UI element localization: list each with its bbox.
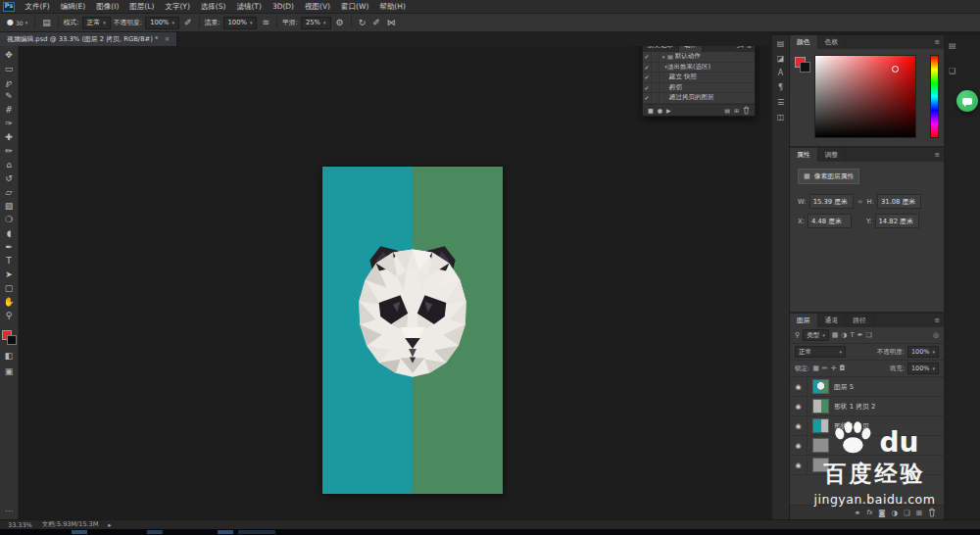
tab-adjustments[interactable]: 调整 bbox=[818, 148, 847, 162]
menu-item-view[interactable]: 视图(V) bbox=[300, 2, 336, 12]
link-layers-icon[interactable]: ⚭ bbox=[855, 509, 860, 517]
more-tools-icon[interactable]: ⋯ bbox=[5, 507, 13, 515]
pen-tool-button[interactable]: ✒ bbox=[0, 240, 19, 254]
color-picker-marker[interactable] bbox=[892, 66, 899, 73]
menu-item-window[interactable]: 窗口(W) bbox=[336, 2, 374, 12]
visibility-eye-icon[interactable]: ◉ bbox=[790, 397, 808, 415]
pressure-size-icon[interactable]: ✐ bbox=[370, 19, 382, 27]
layer-filter-select[interactable]: 类型 ▾ bbox=[803, 329, 829, 341]
smoothing-options-gear-icon[interactable]: ⚙ bbox=[334, 19, 346, 27]
tab-swatches[interactable]: 色板 bbox=[818, 35, 847, 49]
height-field[interactable]: 31.08 厘米 bbox=[877, 194, 921, 209]
marquee-tool-button[interactable]: ▭ bbox=[0, 62, 19, 75]
path-selection-tool-button[interactable]: ➤ bbox=[0, 268, 19, 281]
filter-switch-icon[interactable]: ◎ bbox=[933, 332, 939, 339]
add-mask-icon[interactable]: ◙ bbox=[878, 509, 885, 517]
layer-row[interactable]: ◉ 形状 1 拷贝 2 bbox=[790, 397, 944, 416]
brush-angle-icon[interactable]: ↻ bbox=[357, 19, 368, 27]
layer-row[interactable]: ◉ 图层 5 bbox=[790, 377, 944, 397]
hue-slider[interactable] bbox=[930, 55, 939, 138]
saturation-brightness-field[interactable] bbox=[814, 55, 916, 138]
eyedropper-tool-button[interactable]: ✑ bbox=[0, 117, 19, 130]
canvas-workspace[interactable] bbox=[19, 46, 771, 519]
taskbar-item[interactable] bbox=[218, 530, 233, 534]
crop-tool-button[interactable]: # bbox=[0, 103, 19, 117]
twisty-icon[interactable]: ▾ bbox=[660, 54, 667, 60]
taskbar-item[interactable] bbox=[72, 530, 87, 534]
action-row[interactable]: ✓ ▸ 剪切 bbox=[643, 83, 755, 94]
menu-item-select[interactable]: 选择(S) bbox=[195, 2, 231, 12]
filter-shape-icon[interactable]: ✒ bbox=[858, 332, 863, 339]
close-icon[interactable]: × bbox=[164, 35, 170, 43]
taskbar-item[interactable] bbox=[147, 530, 163, 534]
panel-menu-icon[interactable]: ≡ bbox=[934, 316, 944, 324]
x-field[interactable]: 4.48 厘米 bbox=[808, 214, 852, 228]
check-icon[interactable]: ✓ bbox=[643, 73, 652, 82]
libraries-panel-icon[interactable]: ❏ bbox=[949, 67, 956, 75]
color-swatches[interactable] bbox=[2, 330, 17, 345]
action-row[interactable]: ✓ ▾ ▤ 默认动作 bbox=[643, 52, 755, 63]
document-tab[interactable]: 视频编辑.psd @ 33.3% (图层 2 拷贝, RGB/8#) * × bbox=[0, 32, 177, 46]
filter-smart-object-icon[interactable]: ❏ bbox=[866, 332, 872, 339]
new-group-icon[interactable]: ❏ bbox=[904, 509, 910, 517]
taskbar-item[interactable] bbox=[238, 530, 275, 534]
y-field[interactable]: 14.82 厘米 bbox=[875, 214, 919, 228]
layer-thumbnail[interactable] bbox=[812, 399, 829, 413]
layer-thumbnail[interactable] bbox=[812, 379, 829, 394]
clone-stamp-tool-button[interactable]: ⌂ bbox=[0, 158, 19, 171]
zoom-level[interactable]: 33.33% bbox=[8, 521, 32, 529]
dialog-toggle[interactable] bbox=[652, 93, 660, 103]
trash-icon[interactable] bbox=[928, 508, 936, 517]
lock-position-icon[interactable]: ✛ bbox=[831, 365, 837, 372]
lock-pixels-icon[interactable]: ✏ bbox=[822, 365, 828, 372]
new-action-icon[interactable]: ⊞ bbox=[734, 107, 739, 114]
layer-opacity-field[interactable]: 100% ▾ bbox=[907, 346, 939, 358]
tab-channels[interactable]: 通道 bbox=[818, 314, 847, 327]
stop-icon[interactable]: ■ bbox=[648, 107, 654, 114]
shape-tool-button[interactable]: ▢ bbox=[0, 281, 19, 295]
visibility-eye-icon[interactable]: ◉ bbox=[790, 377, 808, 396]
history-brush-tool-button[interactable]: ↺ bbox=[0, 171, 19, 185]
dialog-toggle[interactable] bbox=[652, 52, 660, 62]
clone-source-panel-icon[interactable]: ◪ bbox=[777, 55, 785, 63]
action-row[interactable]: ✓ ▸ 通过拷贝的图层 bbox=[643, 93, 755, 104]
hand-tool-button[interactable]: ✋ bbox=[0, 295, 19, 309]
twisty-icon[interactable]: ▸ bbox=[660, 84, 669, 90]
help-chat-button[interactable] bbox=[956, 90, 978, 112]
eraser-tool-button[interactable]: ▱ bbox=[0, 185, 19, 199]
menu-item-image[interactable]: 图像(I) bbox=[91, 2, 124, 12]
check-icon[interactable]: ✓ bbox=[643, 52, 652, 62]
menu-item-layer[interactable]: 图层(L) bbox=[124, 2, 160, 12]
symmetry-icon[interactable]: ⋈ bbox=[385, 19, 398, 27]
menu-item-type[interactable]: 文字(Y) bbox=[160, 2, 195, 12]
filter-type-icon[interactable]: T bbox=[850, 332, 854, 339]
twisty-icon[interactable]: ▸ bbox=[660, 74, 669, 80]
canvas-artboard[interactable] bbox=[322, 167, 503, 494]
opacity-select[interactable]: 100% ▾ bbox=[145, 17, 179, 29]
new-set-folder-icon[interactable]: ▤ bbox=[724, 107, 730, 114]
menu-item-filter[interactable]: 滤镜(T) bbox=[231, 2, 267, 12]
quick-selection-tool-button[interactable]: ✎ bbox=[0, 89, 19, 103]
move-tool-button[interactable]: ✥ bbox=[0, 48, 19, 62]
menu-item-file[interactable]: 文件(F) bbox=[20, 2, 55, 12]
healing-tool-button[interactable]: ✚ bbox=[0, 130, 19, 144]
screen-mode-icon[interactable]: ▣ bbox=[5, 367, 14, 376]
flow-select[interactable]: 100% ▾ bbox=[223, 17, 258, 29]
tab-color[interactable]: 颜色 bbox=[790, 35, 818, 49]
paragraph-panel-icon[interactable]: ¶ bbox=[778, 84, 783, 92]
type-tool-button[interactable]: T bbox=[0, 254, 19, 268]
lock-all-icon[interactable]: ◘ bbox=[840, 365, 846, 372]
action-row[interactable]: ✓ ▾ 淡出效果(选区) bbox=[643, 63, 755, 73]
dialog-toggle[interactable] bbox=[652, 63, 660, 73]
panel-menu-icon[interactable]: ≡ bbox=[934, 151, 944, 159]
menu-item-help[interactable]: 帮助(H) bbox=[374, 2, 412, 12]
tab-properties[interactable]: 属性 bbox=[790, 148, 818, 162]
brush-tool-button[interactable]: ✏ bbox=[0, 144, 19, 158]
smoothing-select[interactable]: 25% ▾ bbox=[301, 17, 331, 29]
lock-transparent-icon[interactable]: ▦ bbox=[812, 365, 819, 372]
brush-preset-picker[interactable]: ● 30 ▾ bbox=[5, 19, 29, 26]
panel-menu-icon[interactable]: ≡ bbox=[934, 38, 944, 46]
libraries-panel-icon[interactable]: ◫ bbox=[777, 114, 785, 122]
glyphs-panel-icon[interactable]: ☰ bbox=[777, 99, 784, 107]
record-icon[interactable]: ● bbox=[658, 107, 662, 114]
